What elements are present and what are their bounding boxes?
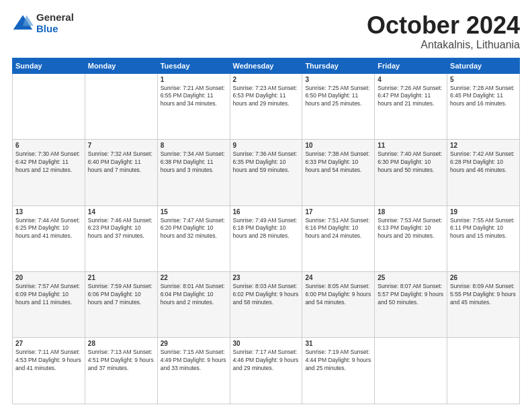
day-info: Sunrise: 7:26 AM Sunset: 6:47 PM Dayligh… (378, 85, 444, 109)
day-info: Sunrise: 7:11 AM Sunset: 4:53 PM Dayligh… (15, 349, 82, 373)
calendar-cell: 16Sunrise: 7:49 AM Sunset: 6:18 PM Dayli… (230, 205, 302, 271)
calendar-cell: 22Sunrise: 8:01 AM Sunset: 6:04 PM Dayli… (157, 272, 230, 338)
calendar-cell: 6Sunrise: 7:30 AM Sunset: 6:42 PM Daylig… (13, 140, 85, 205)
week-row-1: 1Sunrise: 7:21 AM Sunset: 6:55 PM Daylig… (13, 73, 520, 139)
calendar-cell: 28Sunrise: 7:13 AM Sunset: 4:51 PM Dayli… (85, 338, 157, 404)
day-info: Sunrise: 7:59 AM Sunset: 6:06 PM Dayligh… (88, 283, 154, 307)
day-info: Sunrise: 7:17 AM Sunset: 4:46 PM Dayligh… (233, 349, 300, 373)
day-info: Sunrise: 8:05 AM Sunset: 6:00 PM Dayligh… (305, 283, 371, 307)
calendar-cell: 17Sunrise: 7:51 AM Sunset: 6:16 PM Dayli… (302, 205, 375, 271)
day-number: 30 (233, 340, 300, 347)
day-info: Sunrise: 7:57 AM Sunset: 6:09 PM Dayligh… (15, 283, 82, 307)
calendar-cell: 26Sunrise: 8:09 AM Sunset: 5:55 PM Dayli… (447, 272, 520, 338)
week-row-2: 6Sunrise: 7:30 AM Sunset: 6:42 PM Daylig… (13, 140, 520, 205)
day-number: 11 (378, 142, 444, 149)
calendar-cell (13, 73, 85, 139)
day-info: Sunrise: 7:15 AM Sunset: 4:49 PM Dayligh… (161, 349, 227, 373)
day-number: 18 (378, 208, 444, 216)
calendar-cell: 12Sunrise: 7:42 AM Sunset: 6:28 PM Dayli… (447, 140, 520, 205)
calendar-cell: 18Sunrise: 7:53 AM Sunset: 6:13 PM Dayli… (375, 205, 447, 271)
day-number: 2 (233, 76, 300, 83)
page: General Blue October 2024 Antakalnis, Li… (0, 0, 532, 411)
location-subtitle: Antakalnis, Lithuania (367, 39, 520, 51)
day-number: 22 (161, 274, 227, 281)
day-number: 13 (15, 208, 82, 216)
month-title: October 2024 (367, 12, 520, 39)
day-info: Sunrise: 7:13 AM Sunset: 4:51 PM Dayligh… (88, 349, 154, 373)
day-number: 4 (378, 76, 444, 83)
day-info: Sunrise: 7:49 AM Sunset: 6:18 PM Dayligh… (233, 217, 300, 241)
calendar-cell: 20Sunrise: 7:57 AM Sunset: 6:09 PM Dayli… (13, 272, 85, 338)
calendar-cell: 4Sunrise: 7:26 AM Sunset: 6:47 PM Daylig… (375, 73, 447, 139)
calendar-cell: 7Sunrise: 7:32 AM Sunset: 6:40 PM Daylig… (85, 140, 157, 205)
day-header-tuesday: Tuesday (157, 58, 230, 73)
day-header-friday: Friday (375, 58, 447, 73)
day-info: Sunrise: 7:25 AM Sunset: 6:50 PM Dayligh… (305, 85, 371, 109)
day-number: 7 (88, 142, 154, 149)
day-info: Sunrise: 7:55 AM Sunset: 6:11 PM Dayligh… (450, 217, 517, 241)
logo: General Blue (12, 12, 74, 34)
calendar-cell: 11Sunrise: 7:40 AM Sunset: 6:30 PM Dayli… (375, 140, 447, 205)
calendar-cell: 13Sunrise: 7:44 AM Sunset: 6:25 PM Dayli… (13, 205, 85, 271)
day-header-thursday: Thursday (302, 58, 375, 73)
day-info: Sunrise: 7:42 AM Sunset: 6:28 PM Dayligh… (450, 150, 517, 175)
day-number: 27 (15, 340, 82, 347)
calendar-cell: 25Sunrise: 8:07 AM Sunset: 5:57 PM Dayli… (375, 272, 447, 338)
day-number: 10 (305, 142, 371, 149)
day-number: 14 (88, 208, 154, 216)
day-number: 20 (15, 274, 82, 281)
day-info: Sunrise: 8:07 AM Sunset: 5:57 PM Dayligh… (378, 283, 444, 307)
day-number: 28 (88, 340, 154, 347)
day-number: 5 (450, 76, 517, 83)
day-info: Sunrise: 7:19 AM Sunset: 4:44 PM Dayligh… (305, 349, 371, 373)
calendar-cell: 31Sunrise: 7:19 AM Sunset: 4:44 PM Dayli… (302, 338, 375, 404)
day-info: Sunrise: 7:53 AM Sunset: 6:13 PM Dayligh… (378, 217, 444, 241)
calendar-cell: 23Sunrise: 8:03 AM Sunset: 6:02 PM Dayli… (230, 272, 302, 338)
calendar-cell: 19Sunrise: 7:55 AM Sunset: 6:11 PM Dayli… (447, 205, 520, 271)
calendar-cell (375, 338, 447, 404)
day-number: 25 (378, 274, 444, 281)
day-info: Sunrise: 7:51 AM Sunset: 6:16 PM Dayligh… (305, 217, 371, 241)
calendar-cell: 14Sunrise: 7:46 AM Sunset: 6:23 PM Dayli… (85, 205, 157, 271)
day-number: 19 (450, 208, 517, 216)
day-number: 21 (88, 274, 154, 281)
day-header-wednesday: Wednesday (230, 58, 302, 73)
week-row-3: 13Sunrise: 7:44 AM Sunset: 6:25 PM Dayli… (13, 205, 520, 271)
logo-icon (12, 13, 34, 34)
logo-blue-text: Blue (36, 24, 74, 35)
calendar-cell: 24Sunrise: 8:05 AM Sunset: 6:00 PM Dayli… (302, 272, 375, 338)
calendar-table: SundayMondayTuesdayWednesdayThursdayFrid… (12, 58, 520, 404)
day-number: 6 (15, 142, 82, 149)
calendar-cell: 9Sunrise: 7:36 AM Sunset: 6:35 PM Daylig… (230, 140, 302, 205)
day-info: Sunrise: 8:09 AM Sunset: 5:55 PM Dayligh… (450, 283, 517, 307)
day-number: 8 (161, 142, 227, 149)
title-block: October 2024 Antakalnis, Lithuania (367, 12, 520, 51)
day-info: Sunrise: 7:32 AM Sunset: 6:40 PM Dayligh… (88, 150, 154, 175)
day-number: 26 (450, 274, 517, 281)
calendar-cell: 5Sunrise: 7:28 AM Sunset: 6:45 PM Daylig… (447, 73, 520, 139)
day-number: 31 (305, 340, 371, 347)
day-number: 9 (233, 142, 300, 149)
day-info: Sunrise: 7:28 AM Sunset: 6:45 PM Dayligh… (450, 85, 517, 109)
week-row-5: 27Sunrise: 7:11 AM Sunset: 4:53 PM Dayli… (13, 338, 520, 404)
calendar-cell: 8Sunrise: 7:34 AM Sunset: 6:38 PM Daylig… (157, 140, 230, 205)
day-info: Sunrise: 7:46 AM Sunset: 6:23 PM Dayligh… (88, 217, 154, 241)
day-number: 15 (161, 208, 227, 216)
day-info: Sunrise: 7:44 AM Sunset: 6:25 PM Dayligh… (15, 217, 82, 241)
day-number: 12 (450, 142, 517, 149)
calendar-cell: 10Sunrise: 7:38 AM Sunset: 6:33 PM Dayli… (302, 140, 375, 205)
day-number: 3 (305, 76, 371, 83)
header: General Blue October 2024 Antakalnis, Li… (12, 12, 520, 51)
day-info: Sunrise: 7:47 AM Sunset: 6:20 PM Dayligh… (161, 217, 227, 241)
week-row-4: 20Sunrise: 7:57 AM Sunset: 6:09 PM Dayli… (13, 272, 520, 338)
day-number: 17 (305, 208, 371, 216)
calendar-cell: 29Sunrise: 7:15 AM Sunset: 4:49 PM Dayli… (157, 338, 230, 404)
day-info: Sunrise: 7:40 AM Sunset: 6:30 PM Dayligh… (378, 150, 444, 175)
day-number: 16 (233, 208, 300, 216)
calendar-cell: 15Sunrise: 7:47 AM Sunset: 6:20 PM Dayli… (157, 205, 230, 271)
day-number: 23 (233, 274, 300, 281)
day-info: Sunrise: 8:03 AM Sunset: 6:02 PM Dayligh… (233, 283, 300, 307)
calendar-cell (447, 338, 520, 404)
day-info: Sunrise: 7:23 AM Sunset: 6:53 PM Dayligh… (233, 85, 300, 109)
calendar-cell: 21Sunrise: 7:59 AM Sunset: 6:06 PM Dayli… (85, 272, 157, 338)
